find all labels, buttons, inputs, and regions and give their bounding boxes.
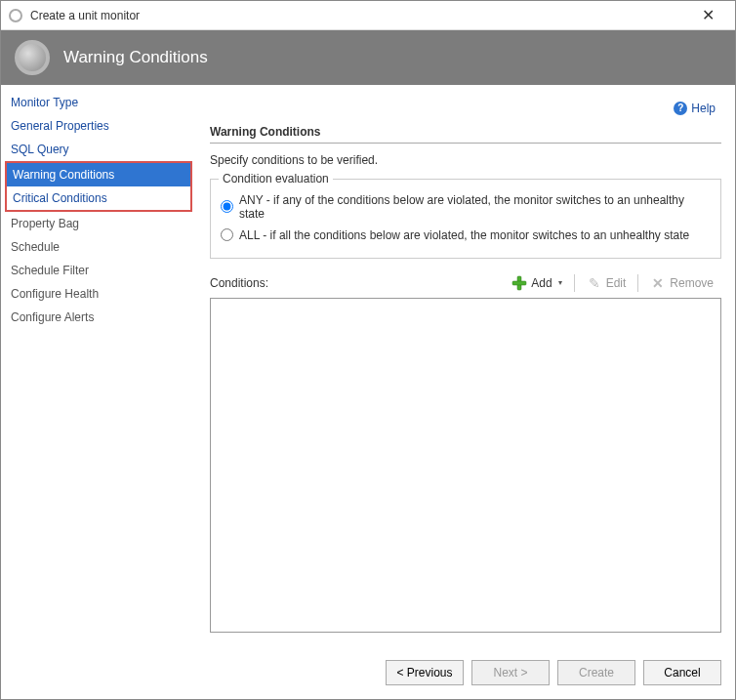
help-link[interactable]: ? Help (674, 102, 716, 115)
conditions-label: Conditions: (210, 276, 504, 290)
nav-general-properties[interactable]: General Properties (1, 114, 196, 138)
header-banner: Warning Conditions (1, 30, 735, 85)
nav-monitor-type[interactable]: Monitor Type (1, 91, 196, 114)
nav-critical-conditions[interactable]: Critical Conditions (7, 186, 190, 210)
wizard-sidebar: Monitor Type General Properties SQL Quer… (1, 85, 196, 646)
condition-evaluation-group: Condition evaluation ANY - if any of the… (210, 179, 721, 259)
banner-title: Warning Conditions (63, 48, 208, 67)
highlighted-steps: Warning Conditions Critical Conditions (5, 161, 192, 212)
remove-button: ✕ Remove (642, 272, 721, 294)
remove-label: Remove (670, 276, 714, 290)
previous-button[interactable]: < Previous (386, 660, 464, 685)
conditions-listbox[interactable] (210, 298, 721, 634)
edit-icon: ✎ (587, 275, 602, 291)
nav-sql-query[interactable]: SQL Query (1, 138, 196, 161)
nav-schedule-filter: Schedule Filter (1, 259, 196, 282)
edit-button: ✎ Edit (579, 272, 634, 294)
toolbar-separator-2 (637, 274, 638, 292)
svg-rect-1 (512, 281, 526, 285)
add-label: Add (531, 276, 552, 290)
toolbar-separator (574, 274, 575, 292)
radio-all-label[interactable]: ALL - if all the conditions below are vi… (239, 228, 689, 242)
nav-schedule: Schedule (1, 235, 196, 259)
app-icon (9, 9, 22, 22)
banner-icon (15, 40, 50, 75)
add-button[interactable]: Add ▾ (504, 272, 569, 294)
nav-property-bag: Property Bag (1, 212, 196, 235)
group-legend: Condition evaluation (219, 172, 333, 185)
wizard-window: Create a unit monitor ✕ Warning Conditio… (0, 0, 736, 700)
add-dropdown-caret: ▾ (558, 278, 562, 287)
section-heading: Warning Conditions (210, 125, 721, 144)
add-icon (511, 275, 527, 291)
create-button: Create (557, 660, 635, 685)
nav-configure-health: Configure Health (1, 282, 196, 306)
close-button[interactable]: ✕ (688, 2, 727, 29)
nav-configure-alerts: Configure Alerts (1, 306, 196, 329)
help-icon: ? (674, 102, 687, 115)
section-subtext: Specify conditions to be verified. (210, 153, 721, 167)
radio-any-label[interactable]: ANY - if any of the conditions below are… (239, 193, 711, 221)
radio-all[interactable] (221, 228, 233, 241)
main-panel: ? Help Warning Conditions Specify condit… (196, 85, 735, 646)
help-label: Help (691, 102, 716, 115)
titlebar: Create a unit monitor ✕ (1, 1, 735, 30)
window-title: Create a unit monitor (30, 9, 688, 22)
next-button: Next > (471, 660, 550, 685)
remove-icon: ✕ (650, 275, 666, 291)
nav-warning-conditions[interactable]: Warning Conditions (7, 163, 190, 186)
cancel-button[interactable]: Cancel (643, 660, 721, 685)
radio-any[interactable] (221, 200, 233, 213)
conditions-toolbar: Conditions: Add ▾ ✎ (210, 272, 721, 294)
wizard-footer: < Previous Next > Create Cancel (1, 646, 735, 699)
edit-label: Edit (606, 276, 627, 290)
